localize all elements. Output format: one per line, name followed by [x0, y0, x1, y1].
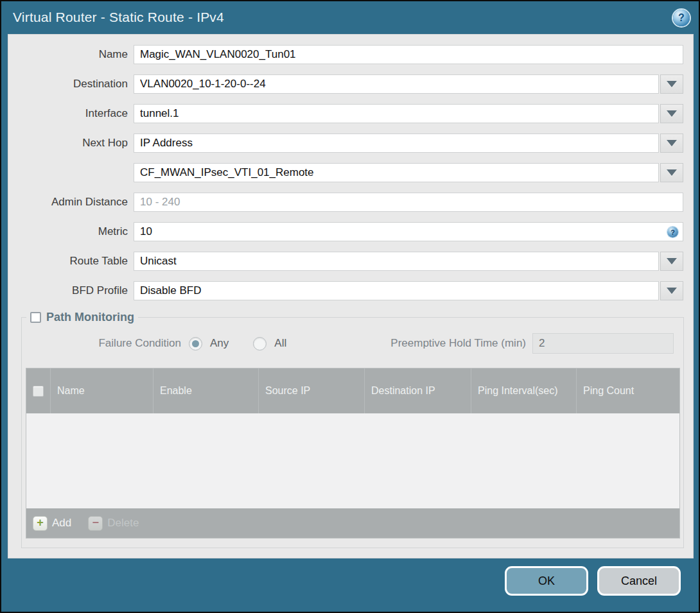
metric-label: Metric: [8, 225, 134, 238]
table-body-empty: [26, 413, 679, 508]
add-button-label: Add: [52, 517, 71, 530]
destination-dropdown-button[interactable]: [660, 74, 683, 94]
dialog-window: Virtual Router - Static Route - IPv4 ? N…: [1, 1, 699, 612]
route-table-select[interactable]: [134, 252, 659, 271]
form-row-interface: Interface: [8, 104, 683, 123]
table-header-row: Name Enable Source IP Destination IP Pin…: [26, 368, 679, 413]
static-route-form: Name Destination Interface: [8, 35, 693, 300]
chevron-down-icon: [667, 288, 677, 294]
form-row-name: Name: [8, 45, 683, 64]
delete-minus-icon: −: [88, 516, 103, 531]
route-table-label: Route Table: [8, 255, 134, 268]
dialog-title: Virtual Router - Static Route - IPv4: [1, 10, 224, 25]
form-row-admin-distance: Admin Distance: [8, 193, 683, 212]
name-input[interactable]: [134, 45, 683, 64]
help-icon[interactable]: ?: [673, 10, 690, 26]
failure-condition-any-label: Any: [210, 337, 229, 350]
path-monitoring-section: Path Monitoring Failure Condition Any Al…: [21, 311, 684, 548]
path-monitoring-table: Name Enable Source IP Destination IP Pin…: [26, 368, 680, 539]
help-icon-glyph: ?: [678, 12, 685, 24]
form-row-next-hop: Next Hop: [8, 134, 683, 153]
failure-condition-any-radio[interactable]: [189, 337, 202, 350]
dialog-content: Name Destination Interface: [8, 34, 694, 558]
next-hop-address-dropdown-button[interactable]: [660, 163, 683, 182]
dialog-footer: OK Cancel: [1, 558, 699, 612]
column-header-enable[interactable]: Enable: [153, 368, 259, 413]
bfd-profile-dropdown-button[interactable]: [660, 281, 683, 300]
next-hop-address-input[interactable]: [134, 163, 659, 182]
add-plus-icon: +: [33, 516, 48, 531]
destination-input[interactable]: [134, 74, 659, 94]
admin-distance-label: Admin Distance: [8, 196, 134, 209]
interface-dropdown-button[interactable]: [660, 104, 683, 123]
failure-condition-all-label: All: [274, 337, 286, 350]
cancel-button[interactable]: Cancel: [597, 566, 681, 596]
next-hop-type-select[interactable]: [134, 134, 659, 153]
delete-button[interactable]: − Delete: [88, 516, 139, 531]
preemptive-hold-time-label: Preemptive Hold Time (min): [390, 337, 532, 350]
form-row-route-table: Route Table: [8, 252, 683, 271]
add-button[interactable]: + Add: [33, 516, 71, 531]
failure-condition-all-radio[interactable]: [253, 337, 267, 350]
name-label: Name: [8, 48, 134, 61]
ok-button[interactable]: OK: [505, 566, 588, 596]
metric-help-glyph: ?: [670, 229, 675, 236]
radio-selected-dot: [192, 340, 199, 347]
column-header-source-ip[interactable]: Source IP: [259, 368, 365, 413]
next-hop-dropdown-button[interactable]: [660, 134, 683, 153]
path-monitoring-options-row: Failure Condition Any All Preemptive Hol…: [31, 333, 674, 354]
column-header-name[interactable]: Name: [51, 368, 153, 413]
metric-input[interactable]: [134, 222, 683, 241]
form-row-next-hop-address: [8, 163, 683, 182]
metric-help-icon[interactable]: ?: [667, 227, 678, 237]
destination-label: Destination: [8, 78, 134, 91]
title-bar: Virtual Router - Static Route - IPv4 ?: [1, 1, 699, 33]
form-row-bfd-profile: BFD Profile: [8, 281, 683, 300]
form-row-destination: Destination: [8, 74, 683, 94]
delete-button-label: Delete: [107, 517, 139, 530]
path-monitoring-title: Path Monitoring: [46, 311, 134, 324]
chevron-down-icon: [667, 81, 677, 87]
select-all-checkbox[interactable]: [33, 386, 44, 397]
admin-distance-input[interactable]: [134, 193, 683, 212]
column-header-ping-count[interactable]: Ping Count: [577, 368, 679, 413]
path-monitoring-checkbox[interactable]: [30, 312, 41, 323]
column-header-ping-interval[interactable]: Ping Interval(sec): [471, 368, 577, 413]
path-monitoring-legend: Path Monitoring: [26, 311, 138, 324]
form-row-metric: Metric ?: [8, 222, 683, 241]
bfd-profile-select[interactable]: [134, 281, 659, 300]
chevron-down-icon: [667, 110, 677, 117]
column-header-destination-ip[interactable]: Destination IP: [365, 368, 471, 413]
interface-input[interactable]: [134, 104, 659, 123]
chevron-down-icon: [667, 140, 677, 146]
next-hop-label: Next Hop: [8, 137, 134, 150]
preemptive-hold-time-input[interactable]: [532, 333, 674, 354]
chevron-down-icon: [667, 258, 677, 264]
failure-condition-label: Failure Condition: [31, 337, 189, 350]
bfd-profile-label: BFD Profile: [8, 284, 134, 297]
interface-label: Interface: [8, 107, 134, 120]
chevron-down-icon: [667, 169, 677, 176]
table-footer-bar: + Add − Delete: [26, 508, 679, 538]
route-table-dropdown-button[interactable]: [660, 252, 683, 271]
